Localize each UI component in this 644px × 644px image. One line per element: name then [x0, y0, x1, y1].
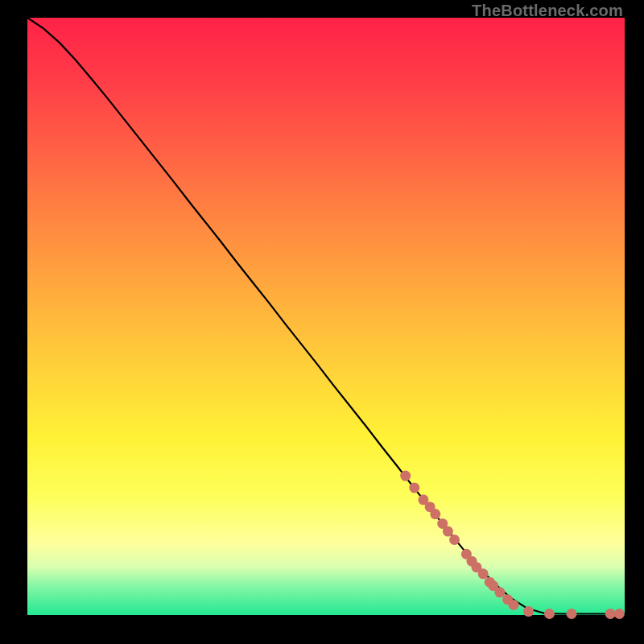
scatter-point: [614, 609, 625, 619]
scatter-point: [449, 535, 460, 545]
scatter-point: [443, 526, 453, 537]
scatter-point: [523, 606, 534, 617]
scatter-point: [478, 568, 489, 579]
chart-container: TheBottleneck.com: [0, 0, 644, 644]
scatter-point: [409, 482, 419, 493]
scatter-point: [430, 509, 440, 519]
main-curve: [27, 18, 625, 614]
scatter-point: [508, 600, 518, 610]
chart-svg: [27, 18, 625, 615]
scatter-point: [400, 471, 411, 481]
scatter-point: [566, 609, 576, 619]
plot-area: [27, 18, 625, 615]
scatter-points: [400, 471, 625, 619]
scatter-point: [494, 587, 505, 597]
scatter-point: [605, 609, 616, 619]
scatter-point: [544, 609, 555, 619]
